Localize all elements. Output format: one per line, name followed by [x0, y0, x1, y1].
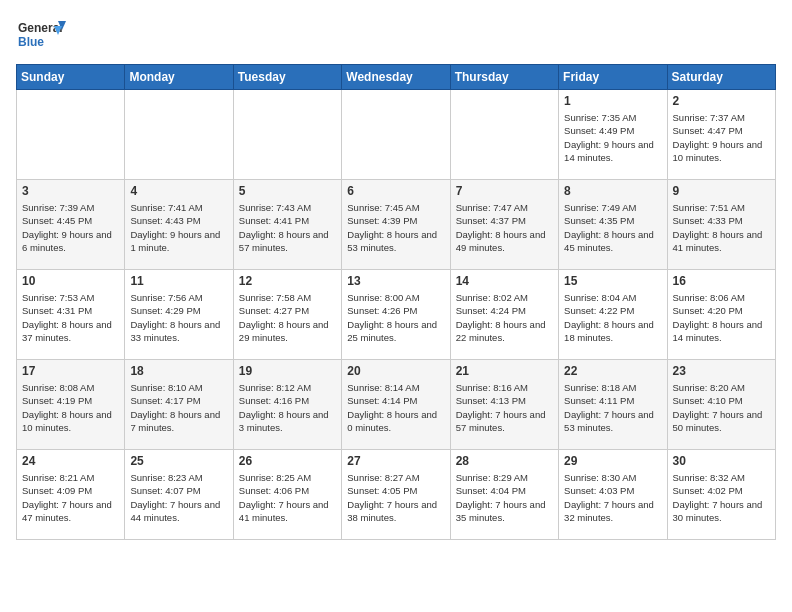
weekday-friday: Friday [559, 65, 667, 90]
day-info: Sunrise: 7:49 AM Sunset: 4:35 PM Dayligh… [564, 201, 661, 254]
day-cell: 30Sunrise: 8:32 AM Sunset: 4:02 PM Dayli… [667, 450, 775, 540]
day-cell [342, 90, 450, 180]
day-number: 14 [456, 274, 553, 288]
day-number: 15 [564, 274, 661, 288]
day-cell: 24Sunrise: 8:21 AM Sunset: 4:09 PM Dayli… [17, 450, 125, 540]
day-info: Sunrise: 8:20 AM Sunset: 4:10 PM Dayligh… [673, 381, 770, 434]
day-cell: 1Sunrise: 7:35 AM Sunset: 4:49 PM Daylig… [559, 90, 667, 180]
day-number: 23 [673, 364, 770, 378]
calendar-table: SundayMondayTuesdayWednesdayThursdayFrid… [16, 64, 776, 540]
day-info: Sunrise: 8:16 AM Sunset: 4:13 PM Dayligh… [456, 381, 553, 434]
day-number: 16 [673, 274, 770, 288]
logo: General Blue [16, 16, 66, 56]
day-number: 29 [564, 454, 661, 468]
day-number: 1 [564, 94, 661, 108]
day-info: Sunrise: 8:27 AM Sunset: 4:05 PM Dayligh… [347, 471, 444, 524]
day-number: 2 [673, 94, 770, 108]
day-info: Sunrise: 8:25 AM Sunset: 4:06 PM Dayligh… [239, 471, 336, 524]
day-number: 3 [22, 184, 119, 198]
weekday-header-row: SundayMondayTuesdayWednesdayThursdayFrid… [17, 65, 776, 90]
day-number: 9 [673, 184, 770, 198]
day-cell: 3Sunrise: 7:39 AM Sunset: 4:45 PM Daylig… [17, 180, 125, 270]
day-cell: 8Sunrise: 7:49 AM Sunset: 4:35 PM Daylig… [559, 180, 667, 270]
day-cell [450, 90, 558, 180]
day-cell: 4Sunrise: 7:41 AM Sunset: 4:43 PM Daylig… [125, 180, 233, 270]
day-number: 21 [456, 364, 553, 378]
day-cell: 19Sunrise: 8:12 AM Sunset: 4:16 PM Dayli… [233, 360, 341, 450]
day-number: 18 [130, 364, 227, 378]
day-number: 12 [239, 274, 336, 288]
week-row-3: 10Sunrise: 7:53 AM Sunset: 4:31 PM Dayli… [17, 270, 776, 360]
day-cell: 18Sunrise: 8:10 AM Sunset: 4:17 PM Dayli… [125, 360, 233, 450]
day-number: 4 [130, 184, 227, 198]
day-info: Sunrise: 7:58 AM Sunset: 4:27 PM Dayligh… [239, 291, 336, 344]
day-cell: 10Sunrise: 7:53 AM Sunset: 4:31 PM Dayli… [17, 270, 125, 360]
weekday-thursday: Thursday [450, 65, 558, 90]
day-cell: 12Sunrise: 7:58 AM Sunset: 4:27 PM Dayli… [233, 270, 341, 360]
day-cell: 13Sunrise: 8:00 AM Sunset: 4:26 PM Dayli… [342, 270, 450, 360]
day-info: Sunrise: 7:35 AM Sunset: 4:49 PM Dayligh… [564, 111, 661, 164]
day-number: 28 [456, 454, 553, 468]
day-number: 22 [564, 364, 661, 378]
day-number: 13 [347, 274, 444, 288]
day-info: Sunrise: 7:43 AM Sunset: 4:41 PM Dayligh… [239, 201, 336, 254]
day-cell: 2Sunrise: 7:37 AM Sunset: 4:47 PM Daylig… [667, 90, 775, 180]
day-cell: 15Sunrise: 8:04 AM Sunset: 4:22 PM Dayli… [559, 270, 667, 360]
day-cell: 14Sunrise: 8:02 AM Sunset: 4:24 PM Dayli… [450, 270, 558, 360]
day-cell: 11Sunrise: 7:56 AM Sunset: 4:29 PM Dayli… [125, 270, 233, 360]
day-info: Sunrise: 7:41 AM Sunset: 4:43 PM Dayligh… [130, 201, 227, 254]
day-info: Sunrise: 7:51 AM Sunset: 4:33 PM Dayligh… [673, 201, 770, 254]
day-number: 26 [239, 454, 336, 468]
day-info: Sunrise: 7:45 AM Sunset: 4:39 PM Dayligh… [347, 201, 444, 254]
day-info: Sunrise: 7:39 AM Sunset: 4:45 PM Dayligh… [22, 201, 119, 254]
day-info: Sunrise: 8:02 AM Sunset: 4:24 PM Dayligh… [456, 291, 553, 344]
day-info: Sunrise: 8:14 AM Sunset: 4:14 PM Dayligh… [347, 381, 444, 434]
week-row-5: 24Sunrise: 8:21 AM Sunset: 4:09 PM Dayli… [17, 450, 776, 540]
day-number: 24 [22, 454, 119, 468]
day-cell: 21Sunrise: 8:16 AM Sunset: 4:13 PM Dayli… [450, 360, 558, 450]
day-cell: 20Sunrise: 8:14 AM Sunset: 4:14 PM Dayli… [342, 360, 450, 450]
day-number: 6 [347, 184, 444, 198]
day-info: Sunrise: 7:47 AM Sunset: 4:37 PM Dayligh… [456, 201, 553, 254]
day-info: Sunrise: 8:12 AM Sunset: 4:16 PM Dayligh… [239, 381, 336, 434]
day-cell [17, 90, 125, 180]
day-info: Sunrise: 8:04 AM Sunset: 4:22 PM Dayligh… [564, 291, 661, 344]
day-number: 10 [22, 274, 119, 288]
page-header: General Blue [16, 16, 776, 56]
day-cell: 17Sunrise: 8:08 AM Sunset: 4:19 PM Dayli… [17, 360, 125, 450]
weekday-saturday: Saturday [667, 65, 775, 90]
day-cell: 27Sunrise: 8:27 AM Sunset: 4:05 PM Dayli… [342, 450, 450, 540]
day-number: 20 [347, 364, 444, 378]
day-number: 7 [456, 184, 553, 198]
day-info: Sunrise: 7:56 AM Sunset: 4:29 PM Dayligh… [130, 291, 227, 344]
day-number: 11 [130, 274, 227, 288]
week-row-1: 1Sunrise: 7:35 AM Sunset: 4:49 PM Daylig… [17, 90, 776, 180]
day-number: 19 [239, 364, 336, 378]
day-number: 5 [239, 184, 336, 198]
day-info: Sunrise: 8:18 AM Sunset: 4:11 PM Dayligh… [564, 381, 661, 434]
day-info: Sunrise: 8:08 AM Sunset: 4:19 PM Dayligh… [22, 381, 119, 434]
calendar-body: 1Sunrise: 7:35 AM Sunset: 4:49 PM Daylig… [17, 90, 776, 540]
week-row-2: 3Sunrise: 7:39 AM Sunset: 4:45 PM Daylig… [17, 180, 776, 270]
day-cell: 7Sunrise: 7:47 AM Sunset: 4:37 PM Daylig… [450, 180, 558, 270]
day-cell: 23Sunrise: 8:20 AM Sunset: 4:10 PM Dayli… [667, 360, 775, 450]
day-cell: 16Sunrise: 8:06 AM Sunset: 4:20 PM Dayli… [667, 270, 775, 360]
day-info: Sunrise: 8:32 AM Sunset: 4:02 PM Dayligh… [673, 471, 770, 524]
day-info: Sunrise: 8:06 AM Sunset: 4:20 PM Dayligh… [673, 291, 770, 344]
day-cell: 28Sunrise: 8:29 AM Sunset: 4:04 PM Dayli… [450, 450, 558, 540]
logo-svg: General Blue [16, 16, 66, 56]
day-info: Sunrise: 8:00 AM Sunset: 4:26 PM Dayligh… [347, 291, 444, 344]
day-info: Sunrise: 7:53 AM Sunset: 4:31 PM Dayligh… [22, 291, 119, 344]
svg-text:Blue: Blue [18, 35, 44, 49]
day-cell: 26Sunrise: 8:25 AM Sunset: 4:06 PM Dayli… [233, 450, 341, 540]
day-info: Sunrise: 8:30 AM Sunset: 4:03 PM Dayligh… [564, 471, 661, 524]
day-cell: 25Sunrise: 8:23 AM Sunset: 4:07 PM Dayli… [125, 450, 233, 540]
day-cell: 22Sunrise: 8:18 AM Sunset: 4:11 PM Dayli… [559, 360, 667, 450]
day-cell: 6Sunrise: 7:45 AM Sunset: 4:39 PM Daylig… [342, 180, 450, 270]
weekday-wednesday: Wednesday [342, 65, 450, 90]
day-cell: 29Sunrise: 8:30 AM Sunset: 4:03 PM Dayli… [559, 450, 667, 540]
day-number: 8 [564, 184, 661, 198]
day-cell [233, 90, 341, 180]
day-cell: 9Sunrise: 7:51 AM Sunset: 4:33 PM Daylig… [667, 180, 775, 270]
day-cell [125, 90, 233, 180]
